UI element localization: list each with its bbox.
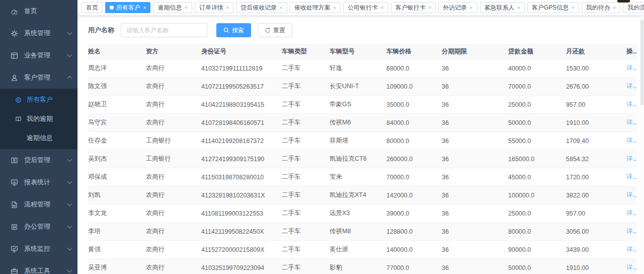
- tab[interactable]: 首页: [82, 2, 103, 13]
- tab-label: 订单详情: [199, 4, 223, 12]
- customers-table: 姓名资方身份证号车辆类型车辆型号车辆价格分期期限贷款金额月还款操作周志洋农商行4…: [88, 44, 637, 274]
- detail-link[interactable]: 详情: [626, 173, 637, 180]
- detail-link[interactable]: 详情: [626, 246, 637, 253]
- search-label: 用户名称: [88, 26, 114, 35]
- detail-link[interactable]: 详情: [626, 64, 637, 72]
- cell-actions: 详情: [626, 136, 637, 145]
- cell: 农商行: [146, 245, 201, 254]
- avatar[interactable]: [617, 0, 630, 3]
- cell: 3822.00: [566, 192, 626, 199]
- cell: 25000.0: [508, 101, 566, 108]
- sidebar-item[interactable]: 系统管理: [0, 22, 77, 44]
- tab-close-icon[interactable]: ×: [380, 5, 383, 11]
- detail-link[interactable]: 详情: [626, 191, 637, 198]
- cell: 农商行: [146, 100, 201, 109]
- tab-close-icon[interactable]: ×: [613, 5, 616, 11]
- tab[interactable]: 贷后催收记录×: [236, 2, 287, 13]
- detail-link[interactable]: 详情: [626, 119, 637, 126]
- sidebar-item-label: 系统管理: [24, 29, 68, 38]
- cell: 二手车: [282, 136, 330, 145]
- cell: 36: [442, 246, 508, 253]
- cell: 410721199505263517: [201, 83, 282, 90]
- sidebar-item[interactable]: 首页: [0, 0, 77, 22]
- tab[interactable]: 逾期信息×: [153, 2, 192, 13]
- tab[interactable]: 紧急联系人×: [480, 2, 525, 13]
- cell: 128800.0: [386, 228, 442, 235]
- tab[interactable]: 所有客户×: [105, 2, 150, 13]
- cell-actions: 详情: [626, 82, 637, 91]
- reset-button[interactable]: 重置: [258, 23, 292, 37]
- detail-link[interactable]: 详情: [626, 264, 637, 271]
- sidebar-item[interactable]: 报表统计: [0, 171, 77, 193]
- sidebar-subitem[interactable]: 逾期信息: [0, 128, 77, 148]
- cell: 41232819810203631X: [201, 192, 282, 199]
- sidebar-item[interactable]: 系统工具: [0, 260, 77, 274]
- tab[interactable]: 我的流程×: [623, 2, 644, 13]
- scrollbar[interactable]: [640, 16, 644, 274]
- sidebar-subitem-label: 逾期信息: [27, 133, 53, 143]
- sidebar-subitem[interactable]: 所有客户: [0, 90, 77, 109]
- tab-close-icon[interactable]: ×: [143, 5, 146, 11]
- sidebar-item[interactable]: 业务管理: [0, 44, 77, 66]
- tab[interactable]: 客户GPS信息×: [527, 2, 579, 13]
- search-icon: [223, 27, 229, 33]
- main-area: 首页所有客户×逾期信息×订单详情×贷后催收记录×催收处理方案×公司银行卡×客户银…: [77, 0, 644, 274]
- sidebar-subitem[interactable]: 我的逾期: [0, 109, 77, 128]
- cell: 50000.0: [508, 119, 566, 126]
- cell: 35000.0: [386, 101, 442, 108]
- cell: 55000.0: [508, 138, 566, 145]
- tab[interactable]: 公司银行卡×: [343, 2, 388, 13]
- detail-link[interactable]: 详情: [626, 155, 637, 162]
- detail-link[interactable]: 详情: [626, 83, 637, 90]
- sidebar-item[interactable]: 办公管理: [0, 216, 77, 238]
- tabs-bar: 首页所有客户×逾期信息×订单详情×贷后催收记录×催收处理方案×公司银行卡×客户银…: [77, 0, 644, 16]
- tab[interactable]: 客户银行卡×: [391, 2, 436, 13]
- tab-close-icon[interactable]: ×: [571, 5, 574, 11]
- sidebar-item[interactable]: 客户管理: [0, 66, 77, 89]
- cell: 410422198803195415: [201, 101, 282, 108]
- cell: 菲斯塔: [330, 136, 386, 145]
- cell: 吴刘杰: [88, 155, 146, 163]
- sidebar-item-label: 贷后管理: [24, 156, 68, 165]
- sidebar-submenu: 所有客户我的逾期逾期信息: [0, 89, 77, 149]
- cell: 农商行: [146, 209, 201, 218]
- tab-close-icon[interactable]: ×: [226, 5, 229, 11]
- cell: 马守宾: [88, 118, 146, 127]
- cell: 黄强: [88, 245, 146, 254]
- search-button[interactable]: 搜索: [216, 23, 251, 37]
- tab-close-icon[interactable]: ×: [469, 5, 472, 11]
- sidebar-item[interactable]: 流程管理: [0, 193, 77, 216]
- tab-close-icon[interactable]: ×: [517, 5, 520, 11]
- scrollbar-thumb[interactable]: [640, 20, 643, 105]
- tab-close-icon[interactable]: ×: [279, 5, 282, 11]
- tab[interactable]: 我的待办×: [582, 2, 620, 13]
- cell: 1530.00: [566, 65, 626, 72]
- cell: 39000.0: [386, 210, 442, 217]
- detail-link[interactable]: 详情: [626, 210, 637, 217]
- sidebar-item[interactable]: 系统监控: [0, 238, 77, 260]
- search-form: 用户名称 搜索 重置: [88, 23, 637, 37]
- cell: 90000.0: [508, 246, 566, 253]
- cell: 25000.0: [508, 210, 566, 217]
- tab-label: 客户GPS信息: [532, 4, 569, 12]
- cell: 二手车: [282, 64, 330, 73]
- cell: 36: [442, 210, 508, 217]
- cell: 410325199709223094: [201, 264, 282, 271]
- detail-link[interactable]: 详情: [626, 101, 637, 108]
- tab[interactable]: 订单详情×: [195, 2, 233, 13]
- detail-link[interactable]: 详情: [626, 228, 637, 235]
- tab[interactable]: 催收处理方案×: [290, 2, 341, 13]
- sidebar-item[interactable]: 贷后管理: [0, 149, 77, 171]
- cell: 李文龙: [88, 209, 146, 218]
- cell: 5854.32: [566, 156, 626, 163]
- cell-actions: 详情: [626, 118, 637, 127]
- column-header: 月还款: [566, 47, 626, 56]
- tab-close-icon[interactable]: ×: [428, 5, 431, 11]
- tab-close-icon[interactable]: ×: [333, 5, 336, 11]
- tab[interactable]: 外访记录×: [438, 2, 477, 13]
- cell: 影豹: [330, 263, 386, 272]
- search-input[interactable]: [121, 23, 207, 37]
- table-row: 邓保成农商行411503198708280010二手车宝来70000.03645…: [88, 168, 637, 186]
- detail-link[interactable]: 详情: [626, 137, 637, 144]
- tab-close-icon[interactable]: ×: [184, 5, 187, 11]
